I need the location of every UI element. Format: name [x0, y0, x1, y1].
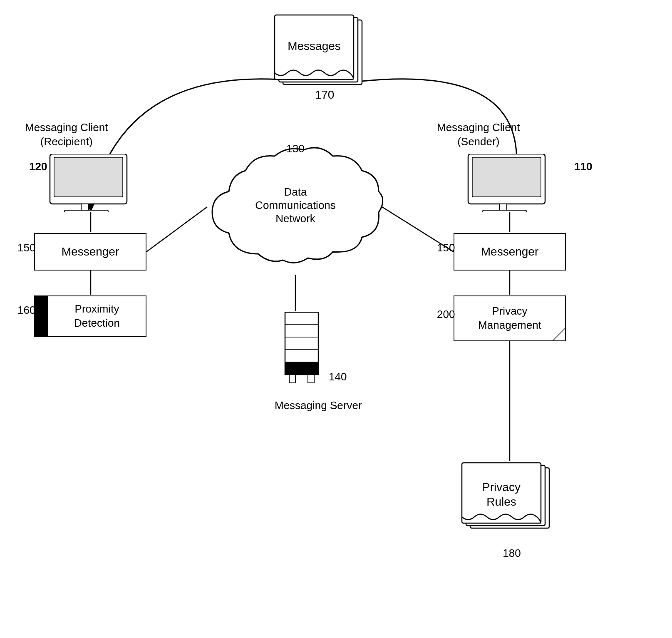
- cloud-label-line3: Network: [275, 212, 315, 225]
- messages-icon: Messages: [266, 12, 383, 96]
- privacy-management-number: 200: [437, 308, 455, 321]
- privacy-rules-number: 180: [454, 547, 570, 560]
- cloud-label-line1: Data: [284, 186, 307, 198]
- privacy-rules-container: Privacy Rules 180: [454, 462, 570, 560]
- privacy-rules-label-line1: Privacy: [482, 481, 521, 494]
- svg-rect-21: [483, 210, 526, 212]
- svg-rect-27: [285, 362, 318, 375]
- messenger-left-label: Messenger: [62, 245, 119, 258]
- proximity-detection-box: ProximityDetection: [47, 295, 146, 337]
- cloud-number: 130: [286, 142, 304, 155]
- messenger-right-number: 150: [437, 241, 455, 254]
- server-icon: [275, 312, 329, 395]
- proximity-left-bar: [34, 295, 47, 337]
- messaging-client-sender-label: Messaging Client(Sender): [437, 121, 520, 149]
- cloud-label-line2: Communications: [255, 199, 336, 211]
- svg-rect-28: [289, 375, 295, 383]
- privacy-rules-label-line2: Rules: [486, 495, 516, 508]
- messages-container: Messages 170: [266, 12, 383, 97]
- privacy-rules-icon: Privacy Rules: [454, 462, 570, 545]
- messenger-right-box: Messenger: [454, 233, 566, 271]
- messenger-right-label: Messenger: [481, 245, 539, 258]
- proximity-number: 160: [17, 304, 35, 317]
- computer-recipient-icon: [42, 154, 137, 212]
- messages-label-text: Messages: [288, 40, 341, 52]
- svg-rect-15: [54, 157, 123, 197]
- server-container: Messaging Server: [275, 312, 362, 412]
- svg-rect-19: [472, 157, 541, 197]
- server-label-text: Messaging Server: [275, 399, 362, 412]
- computer-sender-icon: [460, 154, 555, 212]
- privacy-management-label: PrivacyManagement: [478, 304, 541, 333]
- svg-rect-17: [64, 210, 108, 212]
- privacy-management-box: PrivacyManagement: [454, 295, 566, 341]
- computer-recipient: [42, 154, 137, 214]
- proximity-detection-label: ProximityDetection: [74, 302, 120, 330]
- sender-number: 110: [574, 160, 592, 173]
- svg-line-5: [146, 207, 207, 252]
- messenger-left-box: Messenger: [34, 233, 146, 271]
- messaging-client-recipient-label: Messaging Client(Recipient): [25, 121, 108, 149]
- server-number: 140: [329, 370, 347, 383]
- svg-rect-29: [308, 375, 314, 383]
- recipient-label-text: Messaging Client(Recipient): [25, 121, 108, 149]
- cloud-container: Data Communications Network 130: [208, 137, 383, 275]
- recipient-number: 120: [29, 160, 47, 173]
- diagram-container: Messages 170 Messaging Client(Recipient)…: [0, 0, 672, 638]
- messages-number: 170: [315, 88, 335, 102]
- computer-sender: [460, 154, 555, 214]
- messenger-left-number: 150: [17, 241, 35, 254]
- cloud-icon: Data Communications Network: [208, 137, 383, 275]
- sender-label-text: Messaging Client(Sender): [437, 121, 520, 149]
